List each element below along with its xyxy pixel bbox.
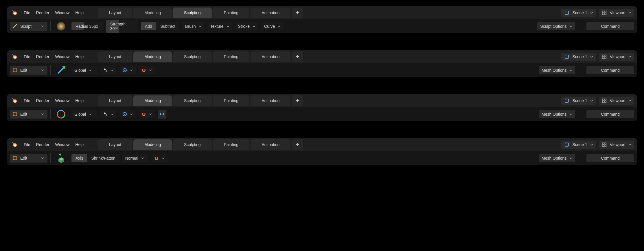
svg-rect-4 [602, 11, 604, 12]
command-button[interactable]: Command [586, 22, 634, 30]
svg-point-39 [16, 115, 17, 116]
extrude-tool-icon[interactable] [56, 153, 66, 163]
stroke-dropdown[interactable]: Stroke [235, 22, 258, 30]
menu-window[interactable]: Window [52, 97, 72, 105]
menu-render[interactable]: Render [33, 97, 52, 105]
subtract-option[interactable]: Subtract [156, 22, 179, 30]
tab-modeling[interactable]: Modeling [133, 139, 172, 150]
tab-layout[interactable]: Layout [98, 95, 132, 106]
menu-help[interactable]: Help [72, 97, 87, 105]
shrink-fatten-option[interactable]: Shrink/Fatten [87, 154, 119, 162]
menu-window[interactable]: Window [52, 53, 72, 61]
menu-file[interactable]: File [21, 97, 33, 105]
viewport-select[interactable]: Viewport [599, 141, 634, 149]
menu-file[interactable]: File [21, 9, 33, 17]
menu-help[interactable]: Help [72, 9, 87, 17]
mirror-icon [159, 112, 165, 117]
add-tab-button[interactable]: + [292, 95, 303, 106]
scene-select[interactable]: Scene 1 [561, 9, 596, 17]
viewport-select[interactable]: Viewport [599, 97, 634, 105]
snap-magnet-dropdown[interactable] [139, 66, 155, 74]
menu-render[interactable]: Render [33, 53, 52, 61]
tab-animation[interactable]: Animation [251, 8, 290, 18]
axis-shrink-toggle[interactable]: Axis Shrink/Fatten [71, 154, 119, 162]
scene-select[interactable]: Scene 1 [561, 97, 596, 105]
transform-orientation-dropdown[interactable]: Global [71, 110, 97, 118]
tab-modeling[interactable]: Modeling [133, 95, 172, 106]
menu-file[interactable]: File [21, 141, 33, 149]
tab-sculpting[interactable]: Sculpting [173, 8, 212, 18]
snap-target-dropdown[interactable] [119, 66, 136, 74]
scene-select[interactable]: Scene 1 [561, 141, 596, 149]
move-tool-icon[interactable] [56, 65, 66, 75]
normal-dropdown[interactable]: Normal [122, 154, 148, 162]
tab-painting[interactable]: Painting [213, 139, 250, 150]
add-subtract-toggle[interactable]: Add Subtract [141, 22, 179, 30]
mesh-options-dropdown[interactable]: Mesh Options [539, 110, 575, 118]
svg-point-30 [566, 99, 566, 100]
curve-dropdown[interactable]: Curve [261, 22, 284, 30]
viewport-select[interactable]: Viewport [599, 9, 634, 17]
tab-layout[interactable]: Layout [98, 139, 132, 150]
texture-dropdown[interactable]: Texture [207, 22, 232, 30]
tab-sculpting[interactable]: Sculpting [173, 95, 212, 106]
command-button[interactable]: Command [586, 154, 634, 162]
tab-animation[interactable]: Animation [251, 95, 290, 106]
mesh-options-dropdown[interactable]: Mesh Options [539, 66, 575, 74]
pivot-dropdown[interactable] [100, 110, 117, 118]
sculpt-options-dropdown[interactable]: Sculpt Options [537, 22, 575, 30]
tab-layout[interactable]: Layout [98, 51, 132, 62]
transform-orientation-dropdown[interactable]: Global [71, 66, 97, 74]
mode-select[interactable]: Edit [10, 154, 47, 163]
tab-modeling[interactable]: Modeling [133, 8, 172, 18]
axis-option[interactable]: Axis [71, 154, 87, 162]
rotate-tool-icon[interactable] [56, 109, 66, 119]
mode-select[interactable]: Sculpt [10, 22, 47, 31]
menu-render[interactable]: Render [33, 9, 52, 17]
command-button[interactable]: Command [586, 110, 634, 118]
scene-select[interactable]: Scene 1 [561, 53, 596, 61]
add-tab-button[interactable]: + [292, 139, 303, 150]
menu-file[interactable]: File [21, 53, 33, 61]
tab-sculpting[interactable]: Sculpting [173, 139, 212, 150]
svg-rect-12 [565, 55, 568, 58]
snap-magnet-dropdown[interactable] [139, 110, 155, 118]
tab-modeling[interactable]: Modeling [133, 51, 172, 62]
strength-slider[interactable]: Strength: 30% [106, 20, 138, 33]
svg-rect-5 [605, 11, 606, 12]
svg-point-38 [13, 115, 14, 116]
tab-animation[interactable]: Animation [251, 51, 290, 62]
menu-render[interactable]: Render [33, 141, 52, 149]
svg-point-58 [13, 159, 14, 160]
tab-animation[interactable]: Animation [251, 139, 290, 150]
add-option[interactable]: Add [141, 22, 156, 30]
command-button[interactable]: Command [586, 66, 634, 74]
tab-sculpting[interactable]: Sculpting [173, 51, 212, 62]
tab-layout[interactable]: Layout [98, 8, 132, 18]
brush-dropdown[interactable]: Brush [182, 22, 205, 30]
pivot-dropdown[interactable] [100, 66, 117, 74]
mode-select[interactable]: Edit [10, 66, 47, 75]
menu-help[interactable]: Help [72, 141, 87, 149]
menu-help[interactable]: Help [72, 53, 87, 61]
mode-select[interactable]: Edit [10, 110, 47, 119]
svg-rect-35 [13, 112, 16, 116]
snap-magnet-dropdown[interactable] [151, 154, 168, 162]
tab-painting[interactable]: Painting [213, 51, 250, 62]
svg-rect-51 [602, 143, 604, 144]
snap-target-dropdown[interactable] [119, 110, 136, 118]
tab-painting[interactable]: Painting [213, 8, 250, 18]
mirror-button[interactable] [158, 110, 166, 119]
viewport-select[interactable]: Viewport [599, 53, 634, 61]
add-tab-button[interactable]: + [292, 8, 303, 18]
svg-rect-53 [602, 145, 604, 147]
add-tab-button[interactable]: + [292, 51, 303, 62]
radius-slider[interactable]: Radius 35px [71, 22, 103, 30]
tab-painting[interactable]: Painting [213, 95, 250, 106]
mesh-options-dropdown[interactable]: Mesh Options [539, 154, 575, 162]
app-logo [11, 97, 18, 104]
brush-preview-icon[interactable] [56, 21, 66, 32]
target-icon [122, 112, 127, 117]
menu-window[interactable]: Window [52, 141, 72, 149]
menu-window[interactable]: Window [52, 9, 72, 17]
